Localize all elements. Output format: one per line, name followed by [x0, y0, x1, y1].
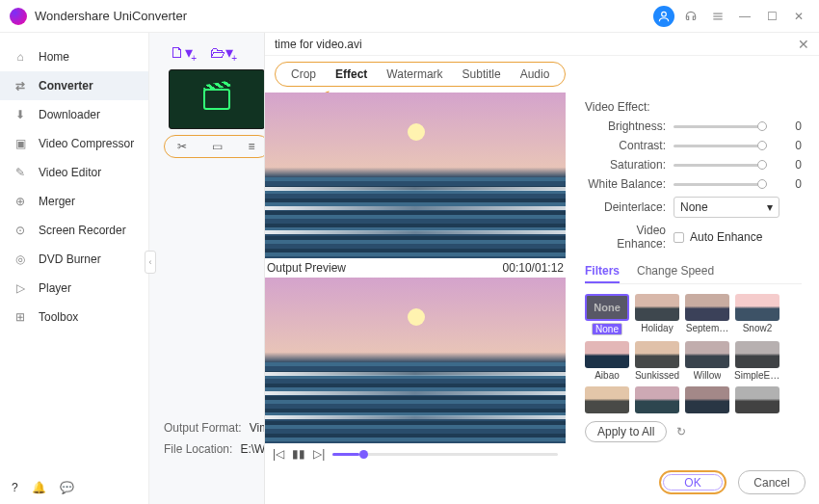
- modal-footer: OK Cancel: [659, 470, 806, 494]
- downloader-icon: ⬇: [12, 106, 29, 123]
- playback-controls: |◁ ▮▮ ▷|: [265, 443, 566, 464]
- collapse-sidebar-button[interactable]: ‹: [145, 251, 156, 274]
- filter-snow2[interactable]: Snow2: [735, 294, 779, 335]
- white-balance-value: 0: [777, 177, 802, 191]
- menu-icon[interactable]: [707, 6, 728, 27]
- filter-extra-4[interactable]: [735, 386, 779, 413]
- sidebar-item-label: Video Editor: [39, 166, 101, 179]
- tab-effect[interactable]: Effect: [333, 66, 369, 82]
- player-icon: ▷: [12, 279, 29, 297]
- subtab-filters[interactable]: Filters: [585, 260, 620, 283]
- editor-icon: ✎: [12, 164, 29, 181]
- deinterlace-select[interactable]: None▾: [674, 197, 779, 218]
- next-button[interactable]: ▷|: [313, 447, 325, 461]
- tab-audio[interactable]: Audio: [518, 66, 552, 82]
- sidebar-item-dvd[interactable]: ◎DVD Burner: [0, 245, 148, 274]
- maximize-button[interactable]: ☐: [761, 6, 782, 27]
- filter-willow[interactable]: Willow: [685, 341, 729, 381]
- effect-panel: Video Effect: Brightness:0 Contrast:0 Sa…: [566, 93, 819, 464]
- preview-time: 00:10/01:12: [503, 261, 564, 275]
- merger-icon: ⊕: [12, 193, 29, 210]
- converter-icon: ⇄: [12, 77, 29, 94]
- file-location-row: File Location: E:\Won: [164, 442, 278, 456]
- thumbnail-tools: ✂ ▭ ≡: [164, 135, 270, 158]
- tab-crop[interactable]: Crop: [289, 66, 318, 82]
- sidebar-item-merger[interactable]: ⊕Merger: [0, 187, 148, 216]
- sidebar-item-label: Home: [39, 50, 69, 64]
- saturation-label: Saturation:: [585, 158, 666, 172]
- filter-simpleel[interactable]: SimpleEl…: [735, 341, 779, 381]
- filter-september[interactable]: Septem…: [685, 294, 729, 335]
- app-logo-icon: [10, 8, 27, 25]
- sidebar-item-label: Downloader: [39, 108, 100, 121]
- saturation-slider[interactable]: [674, 164, 767, 167]
- auto-enhance-checkbox[interactable]: [674, 232, 684, 243]
- support-icon[interactable]: [680, 6, 701, 27]
- add-folder-icon[interactable]: 🗁+▾: [210, 43, 233, 62]
- file-card: 🗋+▾ 🗁+▾ ✂ ▭ ≡: [164, 43, 270, 158]
- chat-icon[interactable]: 💬: [60, 481, 74, 494]
- contrast-slider[interactable]: [674, 145, 767, 147]
- contrast-value: 0: [777, 139, 802, 152]
- filter-none[interactable]: NoneNone: [585, 294, 629, 335]
- subtabs: Filters Change Speed: [585, 260, 802, 284]
- prev-button[interactable]: |◁: [273, 447, 284, 461]
- bell-icon[interactable]: 🔔: [32, 481, 46, 494]
- output-preview: [265, 278, 566, 443]
- modal-header: time for video.avi ✕: [265, 33, 819, 56]
- white-balance-slider[interactable]: [674, 183, 767, 186]
- saturation-value: 0: [777, 158, 802, 172]
- add-file-icon[interactable]: 🗋+▾: [170, 43, 193, 62]
- preview-column: Output Preview 00:10/01:12 |◁ ▮▮ ▷|: [265, 93, 566, 464]
- dvd-icon: ◎: [12, 251, 29, 268]
- sidebar-bottom: ? 🔔 💬: [0, 471, 148, 504]
- sidebar-item-label: DVD Burner: [39, 252, 101, 266]
- filter-extra-1[interactable]: [585, 386, 629, 413]
- sidebar: ⌂Home ⇄Converter ⬇Downloader ▣Video Comp…: [0, 33, 149, 504]
- video-thumbnail[interactable]: [169, 69, 265, 129]
- brightness-label: Brightness:: [585, 119, 666, 133]
- effect-modal: time for video.avi ✕ Crop Effect Waterma…: [264, 33, 819, 504]
- brightness-slider[interactable]: [674, 125, 767, 128]
- sidebar-item-editor[interactable]: ✎Video Editor: [0, 158, 148, 187]
- filter-aibao[interactable]: Aibao: [585, 341, 629, 381]
- cut-tool[interactable]: ✂: [165, 136, 199, 157]
- preview-label: Output Preview: [267, 261, 346, 275]
- sidebar-item-compressor[interactable]: ▣Video Compressor: [0, 129, 148, 158]
- minimize-button[interactable]: —: [734, 6, 755, 27]
- enhance-label: Video Enhance:: [585, 224, 666, 251]
- filter-grid: NoneNone Holiday Septem… Snow2 Aibao Sun…: [585, 294, 802, 413]
- filter-extra-2[interactable]: [635, 386, 679, 413]
- titlebar: Wondershare UniConverter — ☐ ✕: [0, 0, 819, 33]
- account-icon[interactable]: [653, 6, 674, 27]
- crop-tool[interactable]: ▭: [199, 136, 234, 157]
- home-icon: ⌂: [12, 48, 29, 66]
- sidebar-item-home[interactable]: ⌂Home: [0, 42, 148, 71]
- tab-watermark[interactable]: Watermark: [384, 66, 444, 82]
- sidebar-item-recorder[interactable]: ⊙Screen Recorder: [0, 216, 148, 245]
- sidebar-item-converter[interactable]: ⇄Converter: [0, 71, 148, 100]
- sidebar-item-toolbox[interactable]: ⊞Toolbox: [0, 303, 148, 332]
- help-icon[interactable]: ?: [12, 481, 18, 494]
- tab-subtitle[interactable]: Subtitle: [461, 66, 503, 82]
- subtab-change-speed[interactable]: Change Speed: [637, 260, 714, 283]
- sidebar-item-label: Player: [39, 281, 71, 295]
- ok-button[interactable]: OK: [659, 470, 727, 494]
- apply-to-all-button[interactable]: Apply to All: [585, 421, 667, 442]
- reset-button[interactable]: ↻: [676, 425, 686, 438]
- filter-extra-3[interactable]: [685, 386, 729, 413]
- sidebar-item-player[interactable]: ▷Player: [0, 274, 148, 303]
- cancel-button[interactable]: Cancel: [738, 470, 806, 494]
- filter-holiday[interactable]: Holiday: [635, 294, 679, 335]
- toolbox-icon: ⊞: [12, 308, 29, 326]
- pause-button[interactable]: ▮▮: [292, 447, 305, 461]
- modal-close-button[interactable]: ✕: [798, 37, 809, 52]
- editor-tabs: Crop Effect Watermark Subtitle Audio: [275, 62, 566, 87]
- sidebar-item-downloader[interactable]: ⬇Downloader: [0, 100, 148, 129]
- svg-point-0: [662, 12, 667, 16]
- recorder-icon: ⊙: [12, 222, 29, 239]
- filter-sunkissed[interactable]: Sunkissed: [635, 341, 679, 381]
- progress-bar[interactable]: [332, 453, 558, 456]
- output-format-label: Output Format:: [164, 421, 242, 435]
- close-button[interactable]: ✕: [788, 6, 809, 27]
